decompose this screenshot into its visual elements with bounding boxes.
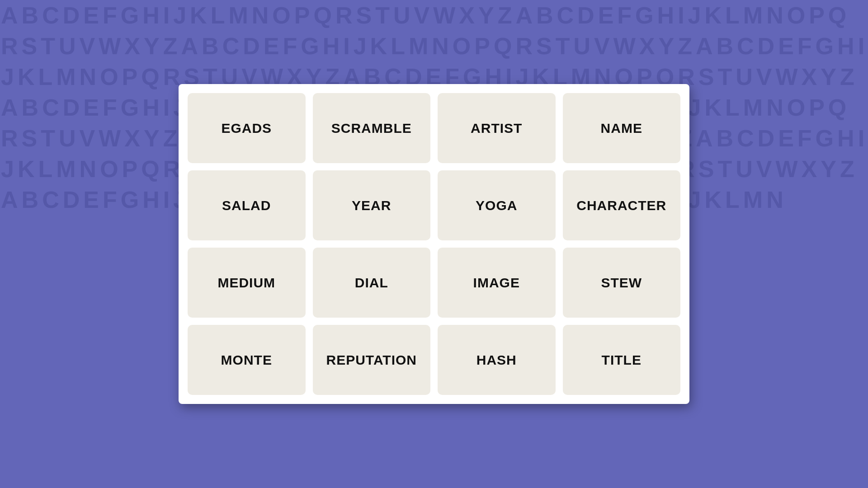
card-medium-label: MEDIUM xyxy=(217,275,275,291)
bg-letter: T xyxy=(717,154,735,184)
bg-letter: Q xyxy=(827,0,849,31)
bg-letter: S xyxy=(21,31,40,61)
bg-letter: Y xyxy=(820,61,839,92)
bg-letter: B xyxy=(201,31,222,61)
bg-letter: E xyxy=(263,31,282,61)
card-title[interactable]: TITLE xyxy=(563,325,681,395)
bg-letter: S xyxy=(355,0,374,31)
word-grid: EGADSSCRAMBLEARTISTNAMESALADYEARYOGACHAR… xyxy=(188,93,680,395)
card-scramble-label: SCRAMBLE xyxy=(331,121,412,136)
bg-letter: N xyxy=(79,61,99,92)
bg-letter: H xyxy=(836,31,857,61)
bg-letter: T xyxy=(40,123,58,154)
bg-letter: M xyxy=(742,184,765,215)
bg-letter: M xyxy=(55,61,78,92)
bg-letter: X xyxy=(458,0,477,31)
bg-letter: C xyxy=(736,123,757,154)
card-title-label: TITLE xyxy=(602,352,642,368)
card-character[interactable]: CHARACTER xyxy=(563,170,681,240)
bg-letter: Y xyxy=(143,123,162,154)
bg-letter: P xyxy=(808,92,827,123)
bg-letter: N xyxy=(765,0,786,31)
card-scramble[interactable]: SCRAMBLE xyxy=(313,93,431,163)
bg-letter: G xyxy=(634,0,656,31)
bg-letter: L xyxy=(724,92,742,123)
bg-letter: K xyxy=(369,31,390,61)
bg-letter: B xyxy=(715,31,736,61)
bg-letter: X xyxy=(638,31,658,61)
bg-letter: O xyxy=(786,0,808,31)
card-reputation[interactable]: REPUTATION xyxy=(313,325,431,395)
card-dial[interactable]: DIAL xyxy=(313,248,431,318)
card-name[interactable]: NAME xyxy=(563,93,681,163)
bg-letter: K xyxy=(704,92,725,123)
bg-letter: T xyxy=(555,31,573,61)
bg-letter: V xyxy=(755,61,775,92)
bg-letter: Z xyxy=(497,0,515,31)
bg-letter: V xyxy=(79,31,98,61)
bg-letter: L xyxy=(724,184,742,215)
bg-letter: K xyxy=(704,0,725,31)
bg-letter: H xyxy=(322,31,343,61)
bg-letter: I xyxy=(342,31,352,61)
card-year[interactable]: YEAR xyxy=(313,170,431,240)
bg-letter: Y xyxy=(820,154,839,184)
bg-letter: K xyxy=(704,184,725,215)
card-yoga[interactable]: YOGA xyxy=(438,170,556,240)
bg-letter: S xyxy=(21,123,40,154)
card-reputation-label: REPUTATION xyxy=(326,352,417,368)
bg-letter: E xyxy=(82,184,102,215)
bg-letter: D xyxy=(576,0,597,31)
bg-letter: A xyxy=(514,0,535,31)
bg-letter: Z xyxy=(839,154,857,184)
bg-letter: Q xyxy=(827,92,849,123)
bg-letter: M xyxy=(408,31,431,61)
bg-letter: G xyxy=(815,123,836,154)
bg-letter: N xyxy=(765,92,786,123)
bg-letter: D xyxy=(62,92,83,123)
bg-letter: H xyxy=(836,123,857,154)
bg-letter: I xyxy=(162,92,172,123)
bg-letter: N xyxy=(251,0,272,31)
bg-letter: Y xyxy=(477,0,497,31)
bg-letter: F xyxy=(102,92,120,123)
card-salad-label: SALAD xyxy=(222,198,271,213)
bg-letter: H xyxy=(142,92,162,123)
bg-letter: Y xyxy=(657,31,677,61)
bg-letter: Q xyxy=(493,31,514,61)
bg-letter: L xyxy=(390,31,408,61)
bg-letter: A xyxy=(0,92,21,123)
bg-letter: K xyxy=(17,61,38,92)
card-medium[interactable]: MEDIUM xyxy=(188,248,306,318)
bg-letter: B xyxy=(21,92,42,123)
card-image[interactable]: IMAGE xyxy=(438,248,556,318)
bg-letter: N xyxy=(79,154,99,184)
bg-letter: B xyxy=(21,184,42,215)
card-stew[interactable]: STEW xyxy=(563,248,681,318)
card-artist[interactable]: ARTIST xyxy=(438,93,556,163)
bg-letter: C xyxy=(41,184,62,215)
bg-letter: F xyxy=(102,184,120,215)
bg-letter: W xyxy=(613,31,638,61)
bg-letter: Z xyxy=(162,31,180,61)
bg-letter: J xyxy=(687,184,704,215)
bg-letter: V xyxy=(79,123,98,154)
bg-letter: E xyxy=(82,0,102,31)
bg-letter: H xyxy=(142,184,162,215)
bg-letter: Z xyxy=(677,31,695,61)
bg-letter: S xyxy=(535,31,555,61)
bg-letter: G xyxy=(815,31,836,61)
card-salad[interactable]: SALAD xyxy=(188,170,306,240)
bg-letter: B xyxy=(535,0,556,31)
bg-letter: S xyxy=(698,154,717,184)
bg-letter: N xyxy=(431,31,452,61)
card-hash[interactable]: HASH xyxy=(438,325,556,395)
bg-letter: D xyxy=(757,123,778,154)
bg-letter: T xyxy=(717,61,735,92)
bg-letter: U xyxy=(735,154,755,184)
bg-letter: D xyxy=(757,31,778,61)
card-egads[interactable]: EGADS xyxy=(188,93,306,163)
bg-letter: O xyxy=(99,61,121,92)
bg-letter: R xyxy=(335,0,355,31)
card-monte[interactable]: MONTE xyxy=(188,325,306,395)
